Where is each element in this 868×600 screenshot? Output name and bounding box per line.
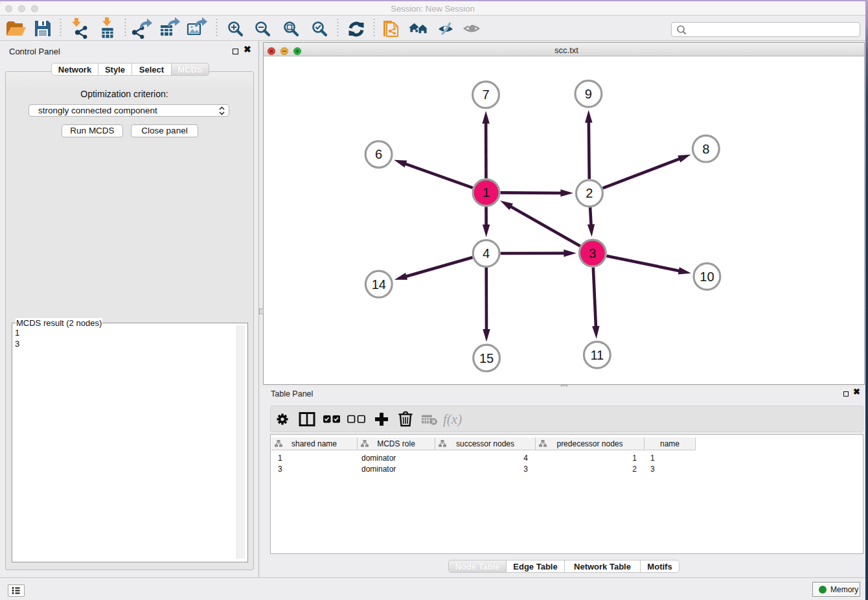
svg-text:4: 4 [483, 246, 490, 260]
svg-text:10: 10 [700, 270, 714, 284]
svg-text:f(x): f(x) [443, 411, 462, 427]
svg-text:15: 15 [479, 351, 494, 365]
svg-text:8: 8 [702, 142, 709, 156]
svg-text:11: 11 [590, 348, 604, 362]
svg-text:3: 3 [589, 246, 596, 260]
svg-text:9: 9 [585, 87, 592, 101]
svg-text:6: 6 [375, 147, 382, 161]
svg-text:7: 7 [482, 87, 489, 102]
svg-text:2: 2 [586, 186, 593, 200]
svg-text:1: 1 [483, 185, 490, 200]
svg-text:14: 14 [372, 277, 386, 292]
